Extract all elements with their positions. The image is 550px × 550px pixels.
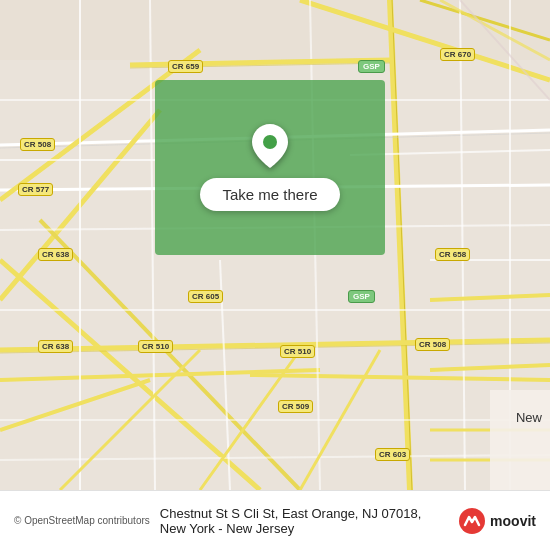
location-highlight: Take me there (155, 80, 385, 255)
road-badge-cr638-lower: CR 638 (38, 340, 73, 353)
copyright-text: © OpenStreetMap contributors (14, 515, 150, 526)
bottom-bar: © OpenStreetMap contributors Chestnut St… (0, 490, 550, 550)
road-badge-cr510-right: CR 510 (280, 345, 315, 358)
moovit-logo: moovit (458, 507, 536, 535)
road-badge-cr605: CR 605 (188, 290, 223, 303)
address-text: Chestnut St S Cli St, East Orange, NJ 07… (160, 506, 448, 536)
svg-point-44 (263, 135, 277, 149)
road-badge-gsp-mid: GSP (348, 290, 375, 303)
moovit-icon (458, 507, 486, 535)
moovit-text-label: moovit (490, 513, 536, 529)
new-label: New (516, 410, 542, 425)
road-badge-cr603: CR 603 (375, 448, 410, 461)
road-badge-cr508-right: CR 508 (415, 338, 450, 351)
road-badge-cr670: CR 670 (440, 48, 475, 61)
take-me-there-button[interactable]: Take me there (200, 178, 339, 211)
location-pin (252, 124, 288, 168)
road-badge-cr659: CR 659 (168, 60, 203, 73)
road-badge-cr638-upper: CR 638 (38, 248, 73, 261)
map-container: CR 508 CR 659 CR 577 CR 638 CR 638 CR 51… (0, 0, 550, 490)
road-badge-gsp-top: GSP (358, 60, 385, 73)
road-badge-cr658: CR 658 (435, 248, 470, 261)
road-badge-cr577: CR 577 (18, 183, 53, 196)
road-badge-cr508-left: CR 508 (20, 138, 55, 151)
road-badge-cr510-left: CR 510 (138, 340, 173, 353)
svg-rect-43 (490, 390, 550, 490)
road-badge-cr509: CR 509 (278, 400, 313, 413)
